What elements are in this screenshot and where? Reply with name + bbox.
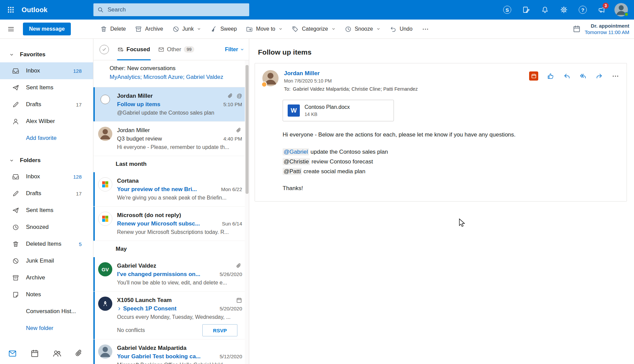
attachment-card[interactable]: W Contoso Plan.docx 14 KB (283, 100, 394, 121)
chevron-down-icon (9, 53, 14, 57)
message-row-cortana-briefing[interactable]: Cortana Your preview of the new Bri... M… (93, 172, 249, 207)
sidebar-item-drafts-favorite[interactable]: Drafts 17 (0, 96, 93, 113)
pencil-icon (12, 101, 19, 108)
initials-avatar: GV (98, 262, 112, 276)
account-avatar[interactable] (614, 3, 628, 17)
message-row-booking-calendar[interactable]: Gabriel Valdez Malpartida Your Gabriel T… (93, 339, 249, 364)
unread-count: 128 (73, 174, 82, 180)
topbar-actions: S ? 3 (498, 0, 634, 20)
reply-all-button[interactable] (579, 72, 587, 80)
notifications-button[interactable] (536, 0, 554, 20)
chevron-down-icon (240, 48, 244, 52)
check-icon (102, 47, 107, 52)
delete-button[interactable]: Delete (96, 22, 129, 36)
help-button[interactable]: ? (573, 0, 592, 20)
sidebar-item-notes[interactable]: Notes (0, 286, 93, 303)
sidebar-item-inbox-favorite[interactable]: Inbox 128 (0, 62, 93, 79)
app-launcher-button[interactable] (0, 0, 22, 20)
sweep-button[interactable]: Sweep (206, 22, 240, 36)
message-row-q3-budget-review[interactable]: Jordan Miller Q3 budget review 4:40 PM H… (93, 122, 249, 156)
message-list-scrollbar[interactable] (245, 60, 249, 364)
other-conversations-banner[interactable]: Other: New conversations MyAnalytics; Mi… (93, 60, 249, 87)
search-bar[interactable] (93, 3, 249, 16)
message-row-follow-up-items[interactable]: Jordan Miller @ Follow up items 5:10 PM … (93, 87, 249, 122)
note-icon (12, 291, 19, 298)
more-commands-button[interactable] (418, 22, 433, 36)
snooze-button[interactable]: Snooze (341, 22, 384, 36)
topbar: Outlook S ? 3 (0, 0, 634, 20)
sidebar-item-inbox[interactable]: Inbox 128 (0, 168, 93, 185)
forward-button[interactable] (596, 72, 603, 80)
people-icon (53, 349, 61, 358)
sender-avatar (98, 344, 112, 359)
settings-button[interactable] (554, 0, 573, 20)
message-list-pane: Focused Other 99 Filter Other: New conve… (93, 39, 249, 364)
sidebar-item-archive[interactable]: Archive (0, 269, 93, 286)
more-actions-button[interactable] (612, 72, 619, 80)
calendar-reminder[interactable]: Dr. appointment Tomorrow 11:00 AM (573, 20, 629, 38)
sidebar-item-alex-wilber[interactable]: Alex Wilber (0, 113, 93, 130)
message-row-renew-subscription[interactable]: Microsoft (do not reply) Renew your Micr… (93, 207, 249, 241)
new-message-button[interactable]: New message (23, 23, 71, 35)
like-button[interactable] (547, 72, 554, 80)
sidebar-item-conversation-history[interactable]: Conversation Hist... (0, 303, 93, 320)
sidebar-item-sent-items[interactable]: Sent Items (0, 202, 93, 219)
sender-avatar[interactable] (262, 70, 279, 86)
files-module-button[interactable] (75, 349, 84, 358)
sidebar-item-drafts[interactable]: Drafts 17 (0, 185, 93, 202)
select-all-button[interactable] (99, 45, 109, 54)
feedback-button[interactable] (517, 0, 536, 20)
undo-icon (390, 26, 397, 33)
focused-inbox-icon (118, 47, 124, 53)
skype-button[interactable]: S (498, 0, 517, 20)
tab-focused[interactable]: Focused (114, 39, 154, 60)
message-select-radio[interactable] (100, 95, 110, 104)
message-list-header: Focused Other 99 Filter (93, 39, 249, 60)
paperclip-icon (236, 263, 242, 269)
scrollbar-thumb[interactable] (246, 65, 249, 194)
reminder-text: Dr. appointment Tomorrow 11:00 AM (585, 23, 629, 35)
reply-button[interactable] (563, 72, 571, 80)
move-to-button[interactable]: Move to (242, 22, 286, 36)
new-folder-button[interactable]: New folder (0, 320, 93, 337)
inbox-icon (12, 67, 19, 74)
mail-module-button[interactable] (8, 349, 17, 358)
filter-button[interactable]: Filter (225, 47, 244, 53)
expand-series-chevron-icon[interactable] (117, 306, 122, 311)
avatar-cell (93, 92, 117, 121)
whats-new-button[interactable]: 3 (592, 0, 611, 20)
categorize-button[interactable]: Categorize (288, 22, 339, 36)
message-body: Hi everyone - Below are the actions for … (283, 131, 619, 192)
team-avatar (98, 297, 112, 311)
sender-name[interactable]: Jordan Miller (284, 70, 418, 77)
sidebar-item-deleted-items[interactable]: Deleted Items 5 (0, 236, 93, 252)
sidebar-item-snoozed[interactable]: Snoozed (0, 219, 93, 236)
favorites-header[interactable]: Favorites (0, 47, 93, 62)
mention-gabriel[interactable]: @Gabriel (283, 148, 309, 155)
recipients[interactable]: Gabriel Valdez Malpartida; Christie Clin… (293, 86, 417, 92)
calendar-module-button[interactable] (30, 349, 39, 358)
send-icon (12, 207, 19, 214)
task-line: @Christie review Contoso forecast (283, 157, 619, 166)
people-module-button[interactable] (53, 349, 61, 358)
sidebar-item-sent-favorite[interactable]: Sent Items (0, 79, 93, 96)
junk-button[interactable]: Junk (169, 22, 205, 36)
folders-header[interactable]: Folders (0, 153, 93, 168)
search-input[interactable] (107, 6, 245, 13)
message-row-speech-1p-consent[interactable]: X1050 Launch Team Speech 1P Consent 5/20… (93, 292, 249, 339)
tab-other[interactable]: Other 99 (154, 39, 198, 60)
archive-button[interactable]: Archive (131, 22, 167, 36)
add-favorite-button[interactable]: Add favorite (0, 130, 93, 147)
attachment-filename: Contoso Plan.docx (305, 104, 350, 110)
message-timestamp: Mon 7/6/2020 5:10 PM (284, 78, 418, 84)
sidebar-item-junk-email[interactable]: Junk Email (0, 252, 93, 269)
addin-icon[interactable] (529, 71, 538, 81)
reply-all-icon (579, 72, 587, 80)
undo-button[interactable]: Undo (386, 22, 416, 36)
rsvp-button[interactable]: RSVP (202, 324, 237, 336)
hamburger-button[interactable] (3, 21, 19, 37)
pencil-icon (12, 190, 19, 197)
message-row-changed-permissions[interactable]: GV Gabriel Valdez I've changed permissio… (93, 257, 249, 292)
mention-christie[interactable]: @Christie (283, 158, 310, 165)
mention-patti[interactable]: @Patti (283, 168, 302, 175)
